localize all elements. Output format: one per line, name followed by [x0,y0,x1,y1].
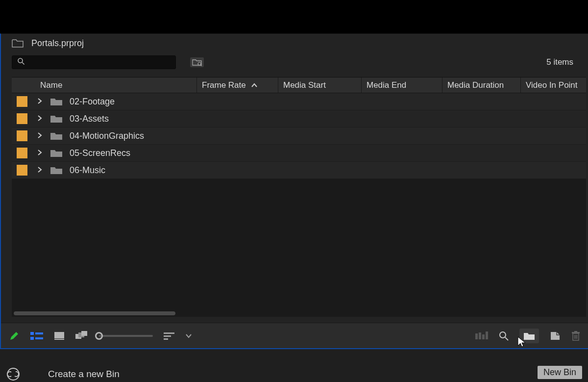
table-row[interactable]: 04-MotionGraphics [12,127,586,145]
search-icon [17,57,25,67]
zoom-slider[interactable] [99,335,153,337]
column-media-end[interactable]: Media End [362,77,442,93]
bin-name[interactable]: 03-Assets [70,114,109,124]
find-icon[interactable] [499,331,509,341]
horizontal-scrollbar[interactable] [12,310,586,317]
svg-rect-24 [574,331,577,332]
svg-rect-17 [479,332,481,339]
zoom-slider-handle[interactable] [95,332,103,340]
svg-rect-14 [164,335,171,337]
horizontal-scrollbar-thumb[interactable] [14,311,175,315]
bin-name[interactable]: 02-Footage [70,97,115,107]
search-input[interactable] [25,58,171,67]
bin-folder-icon [50,148,64,158]
column-media-end-label: Media End [367,80,406,90]
svg-rect-23 [572,332,580,333]
svg-rect-7 [35,337,43,339]
column-media-start[interactable]: Media Start [278,77,362,93]
svg-line-21 [505,337,508,340]
svg-rect-8 [54,332,64,338]
expand-arrow-icon[interactable] [34,148,45,158]
svg-point-28 [7,368,19,380]
column-media-start-label: Media Start [283,80,326,90]
project-rows: 02-Footage03-Assets04-MotionGraphics05-S… [12,93,586,179]
svg-line-1 [22,62,24,64]
column-media-duration-label: Media Duration [447,80,504,90]
column-frame-rate[interactable]: Frame Rate [197,77,278,93]
svg-rect-13 [164,332,174,334]
expand-arrow-icon[interactable] [34,114,45,124]
column-video-in-point-label: Video In Point [526,80,578,90]
bin-folder-icon [50,131,64,141]
project-toolbar [1,323,588,349]
status-hint: Create a new Bin [48,369,120,380]
sort-dropdown-icon[interactable] [185,333,192,338]
column-video-in-point[interactable]: Video In Point [521,77,586,93]
svg-rect-4 [30,332,34,335]
table-row[interactable]: 02-Footage [12,93,586,110]
freeform-view-icon[interactable] [75,331,88,341]
item-count: 5 items [546,57,577,67]
svg-rect-18 [482,334,485,339]
table-row[interactable]: 03-Assets [12,110,586,127]
expand-arrow-icon[interactable] [34,165,45,176]
label-chip[interactable] [17,113,27,124]
svg-rect-5 [35,332,43,334]
bin-folder-icon [50,165,64,175]
label-chip[interactable] [17,165,27,176]
column-frame-rate-label: Frame Rate [202,80,246,90]
new-item-button[interactable] [550,331,561,341]
svg-rect-9 [54,339,64,340]
label-chip[interactable] [17,130,27,141]
svg-rect-6 [30,337,34,340]
project-header: Portals.prproj [1,34,588,52]
bin-name[interactable]: 04-MotionGraphics [70,131,144,141]
label-chip[interactable] [17,96,27,107]
project-panel: Portals.prproj 5 items Name [0,33,588,349]
status-bar: Create a new Bin New Bin [0,349,588,382]
bin-folder-icon [50,97,64,106]
sort-order-icon[interactable] [164,332,174,340]
new-bin-button[interactable] [519,329,539,343]
column-media-duration[interactable]: Media Duration [442,77,521,93]
creative-cloud-icon [7,368,20,381]
svg-rect-16 [475,333,478,339]
tooltip-new-bin: New Bin [538,366,582,379]
project-table: Name Frame Rate Media Start Media End Me… [12,77,586,317]
sort-ascending-icon [251,80,258,90]
search-box[interactable] [12,55,176,69]
label-chip[interactable] [17,148,27,158]
search-row: 5 items [1,52,588,72]
table-row[interactable]: 06-Music [12,162,586,179]
svg-point-20 [500,332,506,338]
column-name[interactable]: Name [35,77,197,93]
list-view-icon[interactable] [30,331,43,340]
svg-rect-19 [486,331,488,339]
column-name-label: Name [40,80,62,90]
expand-arrow-icon[interactable] [34,97,45,107]
column-label[interactable] [12,77,35,93]
expand-arrow-icon[interactable] [34,131,45,141]
filter-bin-button[interactable] [190,57,204,68]
svg-rect-15 [164,338,168,340]
write-tool-icon[interactable] [9,331,20,341]
bin-folder-icon [50,114,64,124]
svg-point-0 [18,58,23,63]
project-folder-icon [12,39,24,48]
table-row[interactable]: 05-ScreenRecs [12,145,586,162]
project-title: Portals.prproj [31,38,84,49]
icon-view-icon[interactable] [54,331,65,340]
automate-sequence-icon[interactable] [475,331,488,340]
bin-name[interactable]: 06-Music [70,165,105,176]
delete-button[interactable] [571,331,580,341]
column-header-row: Name Frame Rate Media Start Media End Me… [12,77,586,93]
svg-rect-12 [81,331,87,336]
bin-name[interactable]: 05-ScreenRecs [70,148,130,158]
